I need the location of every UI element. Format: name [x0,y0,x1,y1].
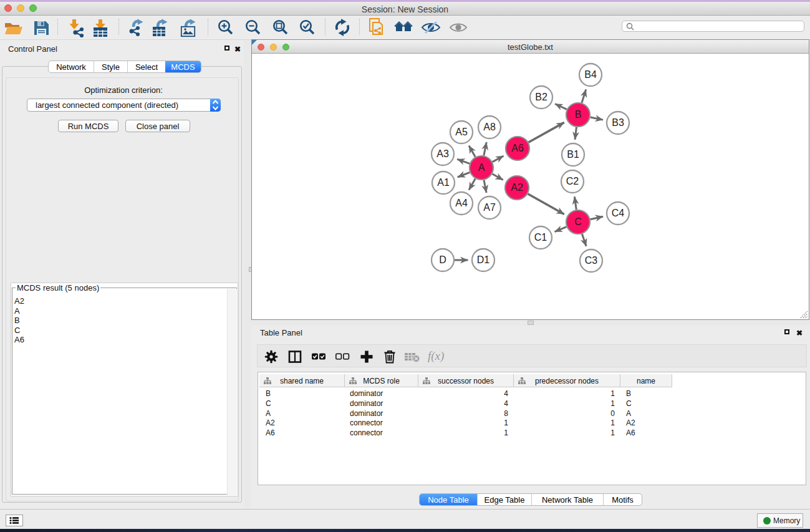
svg-text:B3: B3 [612,117,624,128]
svg-text:C2: C2 [566,176,579,186]
svg-text:A4: A4 [455,198,468,208]
svg-text:A7: A7 [483,202,496,213]
svg-text:A3: A3 [436,148,449,159]
svg-text:C: C [574,216,582,227]
svg-text:C1: C1 [534,232,547,243]
svg-text:B1: B1 [567,149,579,160]
svg-text:D1: D1 [477,254,490,265]
svg-text:A5: A5 [455,127,468,137]
svg-text:D: D [439,254,446,265]
svg-text:C3: C3 [585,255,598,266]
svg-text:A8: A8 [483,122,496,132]
svg-text:A: A [478,162,485,173]
svg-text:A2: A2 [511,182,523,193]
svg-text:A1: A1 [437,177,450,188]
svg-text:B: B [575,109,582,120]
svg-text:B4: B4 [584,69,597,80]
svg-text:C4: C4 [612,208,625,218]
svg-text:A6: A6 [511,143,524,153]
svg-text:B2: B2 [535,92,547,102]
